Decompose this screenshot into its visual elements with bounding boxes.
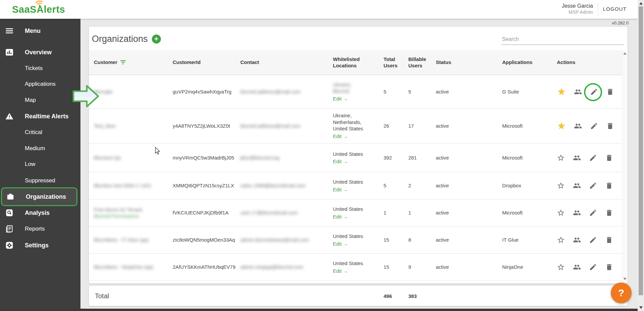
billable-users-value: 9 — [408, 264, 436, 270]
column-header-customer[interactable]: Customer — [94, 59, 173, 66]
whitelisted-locations: United States Edit → — [333, 179, 384, 193]
edit-pencil-icon[interactable] — [590, 122, 598, 130]
edit-pencil-icon[interactable] — [589, 209, 597, 217]
billable-users-value: 281 — [408, 154, 436, 161]
favorite-star-outline-icon[interactable] — [557, 263, 565, 271]
app-screen: SaaSAlerts Jesse Garcia MSP Admin LOGOUT… — [0, 0, 644, 311]
column-header-customerid: CustomerId — [173, 59, 240, 66]
user-info: Jesse Garcia MSP Admin — [562, 3, 593, 15]
status-value: active — [436, 182, 502, 189]
gear-icon — [5, 241, 14, 250]
scroll-down-arrow-icon[interactable] — [623, 278, 627, 280]
edit-locations-link[interactable]: Edit → — [333, 158, 348, 165]
sidebar-item-analysis[interactable]: Analysis — [0, 205, 80, 221]
edit-locations-link[interactable]: Edit → — [333, 96, 348, 102]
edit-locations-link[interactable]: Edit → — [333, 133, 348, 140]
delete-trash-icon[interactable] — [605, 154, 613, 162]
sidebar-item-overview[interactable]: Overview — [0, 44, 80, 60]
reports-icon — [5, 225, 14, 233]
favorite-star-outline-icon[interactable] — [557, 182, 565, 190]
sidebar-item-map[interactable]: Map — [0, 92, 80, 108]
delete-trash-icon[interactable] — [605, 263, 613, 271]
column-header-whitelisted-locations: Whitelisted Locations — [333, 56, 384, 69]
logout-button[interactable]: LOGOUT — [603, 6, 627, 12]
whitelisted-locations: United States Edit → — [333, 233, 384, 247]
favorite-star-icon[interactable] — [557, 121, 566, 130]
sidebar-item-medium[interactable]: Medium — [0, 140, 80, 157]
users-icon[interactable] — [573, 154, 581, 162]
row-actions — [557, 154, 621, 162]
whitelisted-locations: United States Edit → — [333, 151, 384, 165]
customer-id: XMMQI6QPTzN15csyZ1LX — [173, 182, 240, 189]
contact-email-redacted: blurred.address@mail.com — [240, 123, 300, 129]
favorite-star-outline-icon[interactable] — [557, 209, 565, 217]
favorite-star-outline-icon[interactable] — [557, 154, 565, 162]
customer-id: y4A8TNY5Z2jLWoLX3Z0t — [173, 123, 240, 129]
edit-pencil-icon[interactable] — [589, 236, 597, 244]
contact-email-redacted: jblur@blurred.org — [240, 155, 279, 161]
row-actions — [557, 121, 621, 130]
billable-users-value: 1 — [408, 209, 436, 216]
edit-pencil-icon[interactable] — [589, 182, 597, 190]
favorite-star-outline-icon[interactable] — [557, 236, 565, 244]
edit-locations-link[interactable]: Edit → — [333, 268, 348, 274]
sidebar-item-realtime-alerts[interactable]: Realtime Alerts — [0, 108, 80, 124]
row-actions — [557, 209, 621, 217]
scroll-up-arrow-icon[interactable] — [639, 2, 643, 5]
logo-word-saas: SaaS — [12, 4, 37, 15]
users-icon[interactable] — [573, 182, 581, 190]
scrollbar-thumb[interactable] — [639, 6, 643, 295]
billable-users-total: 383 — [408, 293, 436, 299]
menu-toggle[interactable]: Menu — [0, 23, 80, 39]
sidebar-item-tickets[interactable]: Tickets — [0, 60, 80, 76]
user-role: MSP Admin — [562, 9, 593, 15]
table-scrollbar[interactable] — [622, 50, 627, 282]
application-value: G Suite — [502, 88, 557, 95]
sidebar-item-reports[interactable]: Reports — [0, 221, 80, 237]
table-row: BlurrAlerts - NinjaOne (qa) 2AfUYSKKmATh… — [89, 254, 623, 281]
total-users-value: 1 — [384, 209, 408, 216]
scroll-down-arrow-icon[interactable] — [639, 306, 643, 309]
delete-trash-icon[interactable] — [606, 122, 614, 130]
delete-trash-icon[interactable] — [606, 88, 614, 96]
edit-pencil-icon[interactable] — [589, 263, 597, 271]
sidebar-item-suppressed[interactable]: Suppressed — [0, 173, 80, 189]
sidebar-item-settings[interactable]: Settings — [0, 237, 80, 253]
edit-locations-link[interactable]: Edit → — [333, 213, 348, 220]
bar-chart-icon — [5, 48, 14, 57]
delete-trash-icon[interactable] — [605, 182, 613, 190]
application-value: Microsoft — [502, 209, 557, 216]
sort-filter-icon — [120, 60, 126, 65]
add-organization-button[interactable]: + — [152, 35, 161, 44]
sidebar-item-low[interactable]: Low — [0, 156, 80, 172]
search-input[interactable] — [501, 35, 624, 45]
status-value: active — [436, 123, 502, 129]
delete-trash-icon[interactable] — [605, 209, 613, 217]
favorite-star-icon[interactable] — [557, 87, 566, 96]
help-button[interactable]: ? — [611, 283, 632, 303]
delete-trash-icon[interactable] — [605, 236, 613, 244]
edit-locations-link[interactable]: Edit → — [333, 186, 348, 193]
users-icon[interactable] — [573, 263, 581, 271]
customer-link-redacted[interactable]: Blurred Permissions — [94, 213, 169, 220]
total-users-value: 15 — [384, 264, 408, 270]
customer-name-redacted: BlurrAlerts - NinjaOne (qa) — [94, 264, 153, 270]
sidebar-item-organizations[interactable]: Organizations — [1, 187, 77, 206]
sidebar-item-applications[interactable]: Applications — [0, 76, 80, 92]
scroll-up-arrow-icon[interactable] — [623, 52, 627, 55]
users-icon[interactable] — [574, 122, 582, 130]
edit-locations-link[interactable]: Edit → — [333, 241, 348, 247]
page-scrollbar[interactable] — [638, 0, 644, 311]
sidebar-item-critical[interactable]: Critical — [0, 124, 80, 140]
users-icon[interactable] — [574, 88, 582, 96]
table-row: BlurrAlerts - IT Glue (qa) zIc8oWQN5mogM… — [89, 227, 623, 254]
edit-pencil-icon[interactable] — [589, 154, 597, 162]
customer-id: guVP2mq4vSawhXqyaTrg — [173, 88, 240, 95]
whitelisted-locations: United States Edit → — [333, 206, 384, 220]
users-icon[interactable] — [573, 236, 581, 244]
column-header-status: Status — [436, 59, 502, 66]
total-users-value: 5 — [384, 182, 408, 189]
users-icon[interactable] — [573, 209, 581, 217]
billable-users-value: 17 — [408, 123, 436, 129]
status-value: active — [436, 264, 502, 270]
